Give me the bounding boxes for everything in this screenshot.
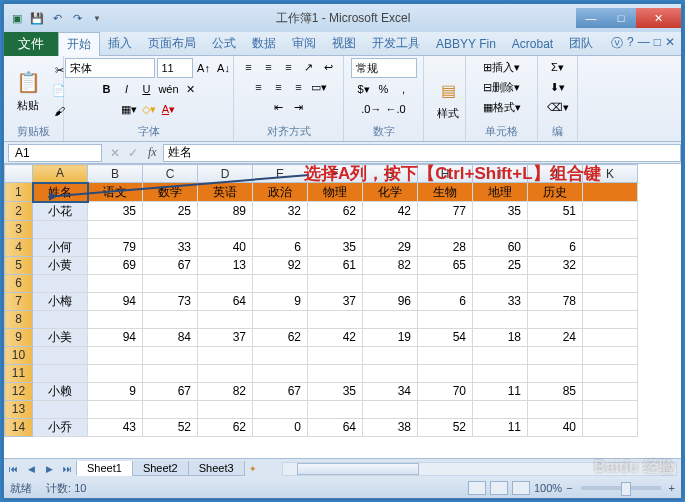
- cell[interactable]: [583, 238, 638, 256]
- cell[interactable]: 地理: [473, 183, 528, 202]
- cell[interactable]: 19: [363, 328, 418, 346]
- view-normal-icon[interactable]: [468, 481, 486, 495]
- cell[interactable]: [33, 400, 88, 418]
- row-header-13[interactable]: 13: [5, 400, 33, 418]
- cell[interactable]: 67: [143, 382, 198, 400]
- cell[interactable]: [33, 220, 88, 238]
- doc-max-icon[interactable]: □: [654, 35, 661, 52]
- cell[interactable]: [583, 400, 638, 418]
- cell[interactable]: 54: [418, 328, 473, 346]
- save-icon[interactable]: 💾: [28, 9, 46, 27]
- cancel-formula-icon[interactable]: ✕: [106, 146, 124, 160]
- cell[interactable]: [143, 364, 198, 382]
- row-header-2[interactable]: 2: [5, 202, 33, 221]
- row-header-3[interactable]: 3: [5, 220, 33, 238]
- cell[interactable]: 94: [88, 292, 143, 310]
- cell[interactable]: 35: [308, 382, 363, 400]
- zoom-slider[interactable]: [581, 486, 661, 490]
- cell[interactable]: [88, 400, 143, 418]
- cell[interactable]: [363, 220, 418, 238]
- cell[interactable]: 79: [88, 238, 143, 256]
- cell[interactable]: [473, 400, 528, 418]
- cell[interactable]: 物理: [308, 183, 363, 202]
- cell[interactable]: [528, 364, 583, 382]
- cell[interactable]: 32: [253, 202, 308, 221]
- align-bottom-icon[interactable]: ≡: [280, 58, 298, 76]
- cell[interactable]: [308, 400, 363, 418]
- cell[interactable]: [583, 202, 638, 221]
- new-sheet-icon[interactable]: ✦: [244, 461, 262, 477]
- cell[interactable]: 61: [308, 256, 363, 274]
- undo-icon[interactable]: ↶: [48, 9, 66, 27]
- cell[interactable]: [33, 346, 88, 364]
- cell[interactable]: 29: [363, 238, 418, 256]
- cell[interactable]: 6: [418, 292, 473, 310]
- cell[interactable]: [308, 274, 363, 292]
- tab-developer[interactable]: 开发工具: [364, 32, 428, 56]
- cell[interactable]: 25: [143, 202, 198, 221]
- cell[interactable]: 52: [418, 418, 473, 436]
- cell[interactable]: 13: [198, 256, 253, 274]
- cell[interactable]: [33, 364, 88, 382]
- styles-button[interactable]: ▤ 样式: [430, 74, 466, 123]
- cell[interactable]: 94: [88, 328, 143, 346]
- font-name-combo[interactable]: 宋体: [65, 58, 155, 78]
- cell[interactable]: 96: [363, 292, 418, 310]
- cell[interactable]: [583, 328, 638, 346]
- border-button[interactable]: ▦▾: [120, 100, 138, 118]
- qat-dropdown-icon[interactable]: ▼: [88, 9, 106, 27]
- cell[interactable]: 6: [253, 238, 308, 256]
- cell[interactable]: 化学: [363, 183, 418, 202]
- comma-icon[interactable]: ,: [395, 80, 413, 98]
- cell[interactable]: 62: [253, 328, 308, 346]
- row-header-9[interactable]: 9: [5, 328, 33, 346]
- cell[interactable]: [308, 220, 363, 238]
- sheet-nav-last-icon[interactable]: ⏭: [58, 461, 76, 477]
- cell[interactable]: [33, 310, 88, 328]
- cell[interactable]: [473, 310, 528, 328]
- cell[interactable]: [363, 364, 418, 382]
- cell[interactable]: [363, 310, 418, 328]
- sheet-tab-1[interactable]: Sheet1: [76, 461, 133, 476]
- cell[interactable]: 25: [473, 256, 528, 274]
- cell[interactable]: 历史: [528, 183, 583, 202]
- cell[interactable]: [583, 274, 638, 292]
- row-header-12[interactable]: 12: [5, 382, 33, 400]
- cell[interactable]: 43: [88, 418, 143, 436]
- cell[interactable]: [583, 256, 638, 274]
- cell[interactable]: [473, 346, 528, 364]
- cell[interactable]: 40: [198, 238, 253, 256]
- minimize-button[interactable]: —: [576, 8, 606, 28]
- cell[interactable]: [253, 346, 308, 364]
- percent-icon[interactable]: %: [375, 80, 393, 98]
- cell[interactable]: [418, 220, 473, 238]
- row-header-5[interactable]: 5: [5, 256, 33, 274]
- cell[interactable]: 40: [528, 418, 583, 436]
- cell[interactable]: [418, 346, 473, 364]
- ruby-button[interactable]: wén: [157, 80, 179, 98]
- increase-decimal-icon[interactable]: .0→: [360, 100, 382, 118]
- fx-icon[interactable]: fx: [142, 145, 163, 160]
- row-header-8[interactable]: 8: [5, 310, 33, 328]
- cell[interactable]: [198, 310, 253, 328]
- cell[interactable]: [528, 400, 583, 418]
- cell[interactable]: [143, 400, 198, 418]
- cell[interactable]: [308, 310, 363, 328]
- col-header-A[interactable]: A: [33, 165, 88, 183]
- cell[interactable]: [88, 310, 143, 328]
- cell[interactable]: [88, 346, 143, 364]
- cell[interactable]: 语文: [88, 183, 143, 202]
- cell[interactable]: 32: [528, 256, 583, 274]
- col-header-C[interactable]: C: [143, 165, 198, 183]
- close-button[interactable]: ✕: [636, 8, 681, 28]
- cell[interactable]: 67: [253, 382, 308, 400]
- cell[interactable]: [363, 274, 418, 292]
- tab-insert[interactable]: 插入: [100, 32, 140, 56]
- autosum-button[interactable]: Σ▾: [549, 58, 567, 76]
- cell[interactable]: 92: [253, 256, 308, 274]
- cell[interactable]: [143, 310, 198, 328]
- cell[interactable]: [418, 400, 473, 418]
- tab-acrobat[interactable]: Acrobat: [504, 32, 561, 56]
- cell[interactable]: 28: [418, 238, 473, 256]
- horizontal-scrollbar[interactable]: [282, 462, 677, 476]
